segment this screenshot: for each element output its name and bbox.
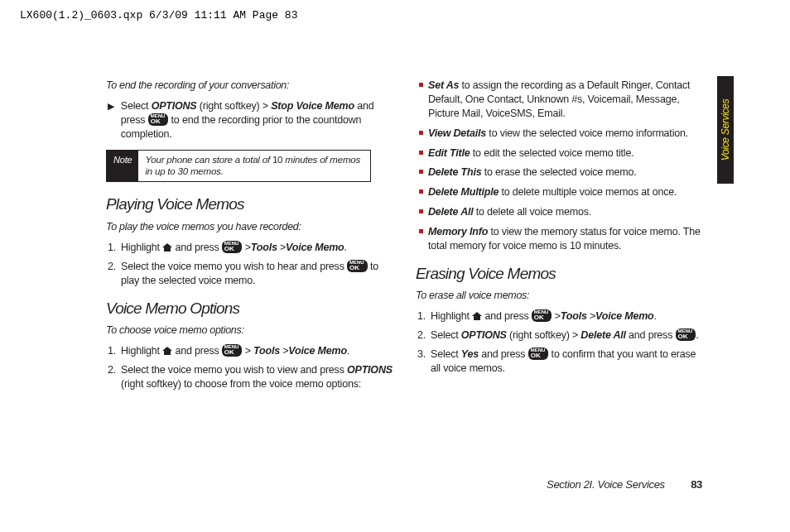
intro-erase: To erase all voice memos:: [416, 289, 702, 303]
text: Select: [121, 100, 152, 112]
opt-delete-multiple: Delete Multiple to delete multiple voice…: [416, 185, 702, 199]
ok-key-icon: MENUOK: [347, 260, 368, 272]
opt-view-details: View Details to view the selected voice …: [416, 127, 702, 141]
term: Memory Info: [428, 226, 488, 237]
note-box: Note Your phone can store a total of 10 …: [106, 150, 371, 183]
right-column: Set As to assign the recording as a Defa…: [416, 79, 702, 396]
text: and press: [626, 329, 676, 341]
home-icon: [162, 347, 172, 355]
text: >: [242, 345, 253, 357]
heading-voice-memo-options: Voice Memo Options: [106, 298, 393, 319]
page-content: To end the recording of your conversatio…: [106, 79, 702, 396]
term: Delete Multiple: [428, 186, 499, 198]
square-bullet-icon: [419, 189, 423, 194]
step-number: 2.: [106, 363, 121, 391]
note-label: Note: [107, 151, 138, 182]
text: (right softkey) to choose from the voice…: [121, 378, 361, 390]
text: and press: [172, 242, 222, 253]
opt-delete-this: Delete This to erase the selected voice …: [416, 165, 702, 180]
step-number: 2.: [416, 328, 431, 343]
tools: Tools: [251, 242, 277, 253]
voice-memo: Voice Memo: [288, 345, 346, 357]
ok-key-icon: MENUOK: [532, 309, 552, 322]
yes: Yes: [461, 348, 479, 360]
step-body: Select OPTIONS (right softkey) > Stop Vo…: [121, 99, 393, 141]
term: View Details: [428, 127, 486, 139]
intro-play: To play the voice memos you have recorde…: [106, 220, 393, 234]
left-column: To end the recording of your conversatio…: [106, 79, 393, 396]
text: Highlight: [431, 310, 472, 322]
options-step-2: 2. Select the voice memo you wish to vie…: [106, 363, 393, 391]
step-body: Highlight and press MENUOK > Tools >Voic…: [121, 344, 393, 358]
ok-key-icon: MENUOK: [222, 344, 243, 357]
opt-set-as: Set As to assign the recording as a Defa…: [416, 79, 702, 121]
gt: >: [263, 100, 268, 112]
step-number: 1.: [106, 241, 121, 255]
text: .: [696, 329, 698, 341]
gt: >: [280, 345, 288, 357]
square-bullet-icon: [419, 170, 423, 174]
step-number: 2.: [106, 260, 121, 288]
text: Highlight: [121, 345, 162, 357]
step-body: Select the voice memo you wish to hear a…: [121, 260, 393, 288]
side-tab-label: Voice Services: [719, 99, 732, 161]
options-step-1: 1. Highlight and press MENUOK > Tools >V…: [106, 344, 393, 358]
ok-key-icon: MENUOK: [528, 347, 549, 360]
term: Delete All: [428, 206, 474, 218]
step-body: Select Yes and press MENUOK to confirm t…: [431, 347, 702, 376]
text: to view the selected voice memo informat…: [486, 127, 688, 139]
tools: Tools: [561, 310, 587, 322]
ok-key-icon: MENUOK: [222, 241, 243, 253]
text: to erase the selected voice memo.: [482, 166, 637, 178]
opt-delete-all: Delete All to delete all voice memos.: [416, 205, 702, 219]
tools: Tools: [253, 345, 280, 357]
stop-voice-memo: Stop Voice Memo: [268, 100, 354, 112]
text: and press: [482, 310, 532, 322]
gt: >: [277, 242, 286, 253]
erase-step-2: 2. Select OPTIONS (right softkey) > Dele…: [416, 328, 702, 343]
play-step-1: 1. Highlight and press MENUOK >Tools >Vo…: [106, 241, 393, 255]
home-icon: [472, 312, 482, 320]
term: Edit Title: [428, 147, 470, 159]
square-bullet-icon: [419, 151, 423, 155]
intro-options: To choose voice memo options:: [106, 324, 393, 338]
text: to assign the recording as a Default Rin…: [428, 79, 690, 119]
erase-step-1: 1. Highlight and press MENUOK >Tools >Vo…: [416, 309, 702, 324]
text: >: [242, 242, 250, 253]
ok-key-icon: MENUOK: [148, 113, 169, 126]
options-label: OPTIONS: [347, 364, 393, 376]
text: Select: [431, 348, 461, 360]
voice-memo: Voice Memo: [595, 310, 653, 322]
options-label: OPTIONS: [152, 100, 197, 112]
term: Set As: [428, 79, 459, 91]
square-bullet-icon: [419, 229, 423, 233]
square-bullet-icon: [419, 131, 423, 135]
text: 10: [272, 155, 282, 165]
text: (right softkey): [197, 100, 263, 112]
ok-key-icon: MENUOK: [676, 328, 696, 341]
text: Select the voice memo you wish to hear a…: [121, 261, 347, 272]
section-label: Section 2I. Voice Services: [547, 478, 665, 491]
text: and press: [172, 345, 222, 357]
voice-memo: Voice Memo: [286, 242, 344, 253]
text: and press: [479, 348, 528, 360]
gt: >: [572, 329, 578, 341]
step-body: Select the voice memo you wish to view a…: [121, 363, 393, 391]
intro-end-recording: To end the recording of your conversatio…: [106, 79, 393, 93]
home-icon: [162, 243, 172, 252]
text: .: [347, 345, 349, 357]
print-header: LX600(1.2)_0603.qxp 6/3/09 11:11 AM Page…: [20, 8, 297, 23]
step-number: 1.: [106, 344, 121, 358]
step-body: Highlight and press MENUOK >Tools >Voice…: [121, 241, 393, 255]
erase-step-3: 3. Select Yes and press MENUOK to confir…: [416, 347, 702, 376]
step-number: 3.: [416, 347, 431, 376]
text: to delete all voice memos.: [474, 206, 592, 218]
text: Select the voice memo you wish to view a…: [121, 364, 347, 376]
text: to edit the selected voice memo title.: [470, 147, 634, 159]
note-body: Your phone can store a total of 10 minut…: [138, 151, 370, 182]
step-body: Highlight and press MENUOK >Tools >Voice…: [431, 309, 702, 324]
play-step-2: 2. Select the voice memo you wish to hea…: [106, 260, 393, 288]
page-footer: Section 2I. Voice Services 83: [547, 477, 702, 492]
triangle-bullet-icon: ▶: [108, 99, 114, 141]
text: Your phone can store a total of: [145, 155, 272, 165]
